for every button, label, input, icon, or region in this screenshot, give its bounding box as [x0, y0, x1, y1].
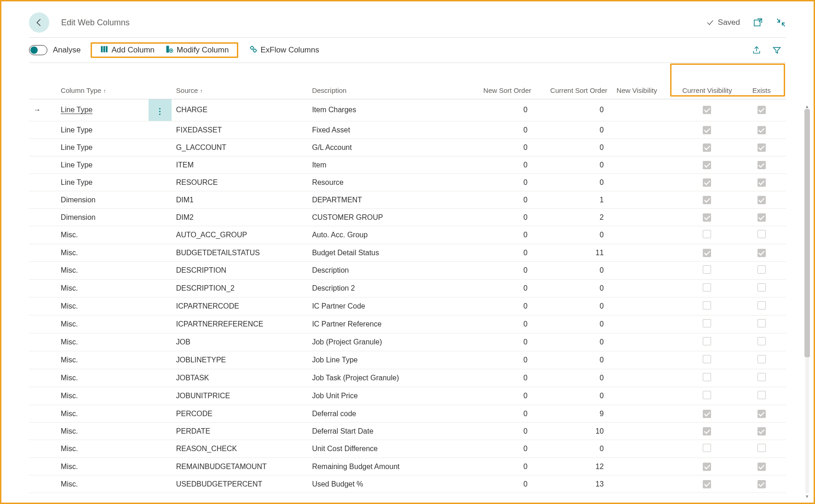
cell-current-sort-order[interactable]: 0: [536, 174, 612, 191]
cell-current-sort-order[interactable]: 0: [536, 121, 612, 139]
cell-column-type[interactable]: Misc.: [56, 226, 149, 244]
cell-new-visibility[interactable]: [612, 315, 677, 333]
cell-column-type[interactable]: Misc.: [56, 475, 149, 493]
cell-source[interactable]: RESOURCE: [172, 174, 308, 191]
cell-new-visibility[interactable]: [612, 475, 677, 493]
cell-source[interactable]: JOBTASK: [172, 369, 308, 387]
checkbox-exists[interactable]: [758, 249, 766, 257]
cell-description[interactable]: Resource: [307, 174, 471, 191]
cell-current-sort-order[interactable]: 0: [536, 369, 612, 387]
cell-new-sort-order[interactable]: 0: [471, 191, 536, 209]
checkbox-exists[interactable]: [758, 161, 766, 169]
cell-description[interactable]: Item Charges: [307, 99, 471, 121]
cell-current-sort-order[interactable]: 0: [536, 440, 612, 458]
cell-new-visibility[interactable]: [612, 405, 677, 423]
cell-source[interactable]: FIXEDASSET: [172, 121, 308, 139]
cell-new-sort-order[interactable]: 0: [471, 458, 536, 475]
cell-description[interactable]: Job Task (Project Granule): [307, 369, 471, 387]
cell-description[interactable]: Auto. Acc. Group: [307, 226, 471, 244]
cell-current-sort-order[interactable]: 1: [536, 191, 612, 209]
share-icon[interactable]: [752, 46, 761, 55]
cell-current-sort-order[interactable]: 0: [536, 139, 612, 156]
cell-description[interactable]: Job Unit Price: [307, 387, 471, 405]
checkbox-current-visibility[interactable]: [703, 319, 711, 327]
cell-source[interactable]: PERDATE: [172, 423, 308, 440]
cell-column-type[interactable]: Misc.: [56, 315, 149, 333]
checkbox-current-visibility[interactable]: [703, 196, 711, 204]
checkbox-exists[interactable]: [758, 391, 766, 399]
cell-new-sort-order[interactable]: 0: [471, 280, 536, 298]
checkbox-exists[interactable]: [758, 283, 766, 292]
cell-description[interactable]: Deferral code: [307, 405, 471, 423]
cell-new-sort-order[interactable]: 0: [471, 333, 536, 351]
cell-column-type[interactable]: Misc.: [56, 387, 149, 405]
cell-source[interactable]: JOBLINETYPE: [172, 351, 308, 369]
checkbox-exists[interactable]: [758, 355, 766, 363]
checkbox-current-visibility[interactable]: [703, 444, 711, 452]
cell-source[interactable]: ITEM: [172, 156, 308, 174]
checkbox-exists[interactable]: [758, 143, 766, 152]
cell-column-type[interactable]: Misc.: [56, 440, 149, 458]
cell-new-visibility[interactable]: [612, 280, 677, 298]
cell-description[interactable]: Remaining Budget Amount: [307, 458, 471, 475]
cell-new-visibility[interactable]: [612, 262, 677, 280]
cell-column-type[interactable]: Misc.: [56, 262, 149, 280]
table-row[interactable]: DimensionDIM1DEPARTMENT01: [29, 191, 786, 209]
table-row[interactable]: Misc.DESCRIPTION_2Description 200: [29, 280, 786, 298]
table-row[interactable]: Misc.USEDBUDGETPERCENTUsed Budget %013: [29, 475, 786, 493]
cell-description[interactable]: DEPARTMENT: [307, 191, 471, 209]
add-column-button[interactable]: Add Column: [95, 43, 160, 57]
cell-source[interactable]: DESCRIPTION_2: [172, 280, 308, 298]
cell-source[interactable]: PERCODE: [172, 405, 308, 423]
cell-source[interactable]: BUDGETDETAILSTATUS: [172, 244, 308, 262]
cell-new-visibility[interactable]: [612, 244, 677, 262]
header-source[interactable]: Source ↑: [172, 81, 308, 99]
cell-new-sort-order[interactable]: 0: [471, 174, 536, 191]
table-row[interactable]: Line TypeRESOURCEResource00: [29, 174, 786, 191]
cell-new-visibility[interactable]: [612, 121, 677, 139]
row-menu-button[interactable]: [155, 105, 165, 117]
table-row[interactable]: Misc.JOBLINETYPEJob Line Type00: [29, 351, 786, 369]
checkbox-current-visibility[interactable]: [703, 301, 711, 309]
cell-current-sort-order[interactable]: 12: [536, 458, 612, 475]
table-row[interactable]: Line TypeG_LACCOUNTG/L Account00: [29, 139, 786, 156]
cell-description[interactable]: Job Line Type: [307, 351, 471, 369]
table-row[interactable]: Misc.REMAINBUDGETAMOUNTRemaining Budget …: [29, 458, 786, 475]
cell-new-sort-order[interactable]: 0: [471, 440, 536, 458]
exflow-columns-button[interactable]: ExFlow Columns: [242, 43, 327, 57]
cell-column-type[interactable]: Misc.: [56, 244, 149, 262]
cell-new-sort-order[interactable]: 0: [471, 156, 536, 174]
cell-description[interactable]: IC Partner Code: [307, 298, 471, 315]
cell-description[interactable]: Deferral Start Date: [307, 423, 471, 440]
cell-source[interactable]: DESCRIPTION: [172, 262, 308, 280]
checkbox-exists[interactable]: [758, 265, 766, 274]
checkbox-current-visibility[interactable]: [703, 283, 711, 292]
cell-new-sort-order[interactable]: 0: [471, 315, 536, 333]
checkbox-exists[interactable]: [758, 480, 766, 488]
cell-column-type[interactable]: Misc.: [56, 333, 149, 351]
cell-new-visibility[interactable]: [612, 333, 677, 351]
header-new-sort-order[interactable]: New Sort Order: [471, 81, 536, 99]
cell-new-visibility[interactable]: [612, 99, 677, 121]
cell-column-type[interactable]: Misc.: [56, 351, 149, 369]
table-row[interactable]: Misc.PERCODEDeferral code09: [29, 405, 786, 423]
cell-new-visibility[interactable]: [612, 351, 677, 369]
cell-new-sort-order[interactable]: 0: [471, 423, 536, 440]
cell-new-sort-order[interactable]: 0: [471, 226, 536, 244]
cell-column-type[interactable]: Line Type: [56, 99, 149, 121]
back-button[interactable]: [29, 12, 49, 33]
checkbox-current-visibility[interactable]: [703, 337, 711, 345]
cell-current-sort-order[interactable]: 10: [536, 423, 612, 440]
checkbox-current-visibility[interactable]: [703, 265, 711, 274]
cell-new-sort-order[interactable]: 0: [471, 139, 536, 156]
cell-current-sort-order[interactable]: 0: [536, 226, 612, 244]
checkbox-exists[interactable]: [758, 196, 766, 204]
cell-source[interactable]: CHARGE: [172, 99, 308, 121]
cell-current-sort-order[interactable]: 0: [536, 387, 612, 405]
checkbox-exists[interactable]: [758, 337, 766, 345]
popout-icon[interactable]: [753, 17, 763, 28]
checkbox-current-visibility[interactable]: [703, 410, 711, 418]
checkbox-exists[interactable]: [758, 427, 766, 435]
cell-new-visibility[interactable]: [612, 440, 677, 458]
cell-source[interactable]: ICPARTNERREFERENCE: [172, 315, 308, 333]
